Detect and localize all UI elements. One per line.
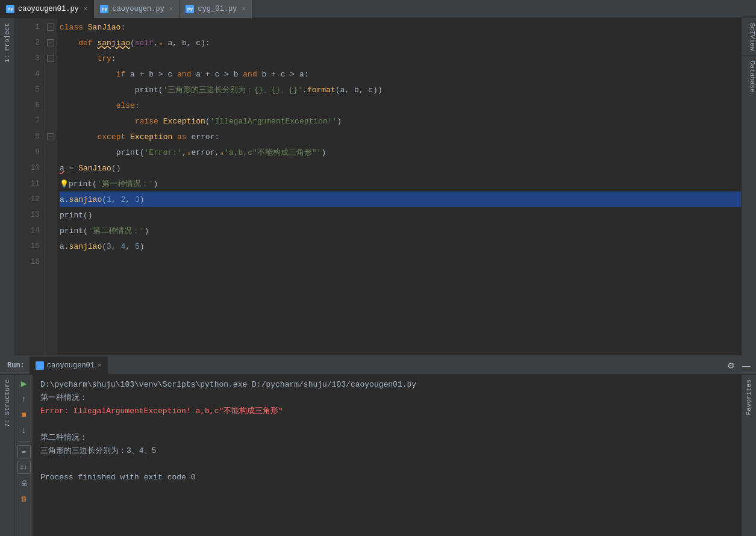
output-line-3: Error: IllegalArgumentException! a,b,c"不… — [40, 405, 734, 418]
num-12-1: 1 — [107, 195, 111, 204]
indent-9 — [60, 148, 116, 157]
fn-print-9: print — [116, 148, 140, 157]
paren-12a: ( — [102, 195, 107, 204]
comma-15b: , — [125, 242, 135, 251]
colon-1: : — [120, 23, 125, 32]
code-line-13[interactable]: print() — [60, 207, 741, 223]
gutter-8[interactable]: − — [45, 129, 57, 145]
scroll-button[interactable]: ≡↓ — [17, 461, 31, 474]
paren-10: () — [111, 164, 121, 173]
line-num-1: 1 — [15, 19, 40, 35]
gutter-3[interactable]: − — [45, 51, 57, 66]
indent-7 — [60, 117, 135, 126]
paren-11b: ) — [153, 179, 158, 189]
tab-label-3: cyg_01.py — [198, 5, 237, 13]
clear-button[interactable]: 🗑 — [17, 492, 31, 505]
code-line-3[interactable]: try: — [60, 51, 741, 66]
code-line-8[interactable]: except Exception as error: — [60, 129, 741, 145]
run-tab-close[interactable]: × — [98, 362, 102, 369]
str-5: '三角形的三边长分别为：{}、{}、{}' — [163, 84, 302, 95]
gutter-5 — [45, 82, 57, 98]
tab-cyg01[interactable]: py cyg_01.py × — [180, 0, 252, 18]
tab-close-2[interactable]: × — [169, 5, 173, 13]
fn-print-14: print — [60, 226, 83, 235]
code-line-6[interactable]: else: — [60, 98, 741, 113]
line-num-16: 16 — [15, 254, 40, 270]
project-label[interactable]: 1: Project — [4, 18, 11, 67]
kw-except: except — [97, 132, 130, 142]
sciview-label[interactable]: ScIView — [742, 18, 756, 56]
arg-a: a, b, c — [163, 39, 201, 48]
colon-6: : — [135, 101, 140, 110]
settings-button[interactable]: ⚙ — [724, 360, 738, 372]
bulb-icon-11[interactable]: 💡 — [60, 179, 69, 189]
code-line-1[interactable]: class SanJiao: — [60, 19, 741, 35]
paren-7a: ( — [205, 117, 210, 126]
run-controls: ⚙ — — [724, 360, 756, 372]
num-15-3: 5 — [135, 242, 140, 251]
gutter-15 — [45, 238, 57, 254]
wrap-button[interactable]: ⇌ — [17, 445, 31, 458]
indent-5 — [60, 86, 135, 95]
favorites-label[interactable]: Favorites — [745, 375, 752, 420]
tab-close-1[interactable]: × — [84, 5, 88, 13]
stop-button[interactable]: ■ — [17, 408, 31, 422]
comma-12b: , — [125, 195, 135, 204]
code-line-7[interactable]: raise Exception('IllegalArgumentExceptio… — [60, 113, 741, 129]
gutter-2[interactable]: − — [45, 35, 57, 51]
kw-if: if — [116, 70, 130, 79]
tab-label-2: caoyougen.py — [112, 5, 164, 13]
code-line-9[interactable]: print('Error:',ₐerror,ₐ'a,b,c"不能构成三角形"') — [60, 145, 741, 160]
print-button[interactable]: 🖨 — [17, 476, 31, 490]
code-line-5[interactable]: print('三角形的三边长分别为：{}、{}、{}'.format(a, b,… — [60, 82, 741, 98]
code-line-12[interactable]: a.sanjiao(1, 2, 3) — [60, 192, 741, 207]
line-num-15: 15 — [15, 238, 40, 254]
code-line-4[interactable]: if a + b > c and a + c > b and b + c > a… — [60, 66, 741, 82]
terminal-output[interactable]: D:\pycharm\shuju\103\venv\Scripts\python… — [33, 375, 741, 536]
kw-else: else — [116, 101, 135, 110]
paren-7b: ) — [337, 117, 342, 126]
line-num-9: 9 — [15, 145, 40, 160]
tab-caoyougen[interactable]: py caoyougen.py × — [94, 0, 180, 18]
code-lines[interactable]: class SanJiao: def sanjiao(self,ₐ a, b, … — [57, 18, 741, 355]
run-tab-main[interactable]: caoyougen01 × — [30, 357, 108, 375]
var-error-9: error — [192, 148, 215, 157]
code-line-14[interactable]: print('第二种情况：') — [60, 223, 741, 238]
database-label[interactable]: Database — [742, 56, 756, 98]
num-12-2: 2 — [120, 195, 125, 204]
code-line-2[interactable]: def sanjiao(self,ₐ a, b, c): — [60, 35, 741, 51]
gutter-12 — [45, 192, 57, 207]
down-button[interactable]: ↓ — [17, 424, 31, 437]
favorites-sidebar[interactable]: Favorites — [741, 375, 756, 536]
indent-2 — [60, 39, 78, 48]
tab-close-3[interactable]: × — [242, 5, 246, 13]
project-sidebar[interactable]: 1: Project — [0, 18, 15, 355]
code-line-10[interactable]: a = SanJiao() — [60, 160, 741, 176]
code-line-11[interactable]: 💡print('第一种情况：') — [60, 176, 741, 192]
str-14: '第二种情况：' — [88, 225, 145, 236]
var-error: error — [191, 132, 214, 142]
tab-bar: py caoyougen01.py × py caoyougen.py × py… — [0, 0, 756, 18]
line-num-6: 6 — [15, 98, 40, 113]
output-line-8: Process finished with exit code 0 — [40, 471, 734, 484]
line-num-2: 2 — [15, 35, 40, 51]
up-button[interactable]: ↑ — [17, 393, 31, 406]
gutter: − − − − — [45, 18, 57, 355]
structure-label[interactable]: 7: Structure — [4, 375, 11, 432]
structure-sidebar[interactable]: 7: Structure — [0, 375, 15, 536]
paren-13: () — [83, 211, 93, 220]
tab-caoyougen01[interactable]: py caoyougen01.py × — [0, 0, 94, 18]
minimize-button[interactable]: — — [739, 360, 754, 372]
code-area: 1 2 3 4 5 6 7 8 9 10 11 12 13 14 15 16 — [15, 18, 741, 355]
py-icon-1: py — [6, 5, 14, 13]
paren-2b: ): — [201, 39, 210, 48]
gutter-1[interactable]: − — [45, 19, 57, 35]
fn-print-11: print — [69, 179, 92, 189]
cls-exception-8: Exception — [130, 132, 177, 142]
editor-scroll[interactable]: 1 2 3 4 5 6 7 8 9 10 11 12 13 14 15 16 — [15, 18, 741, 355]
paren-11a: ( — [92, 179, 97, 189]
code-line-15[interactable]: a.sanjiao(3, 4, 5) — [60, 238, 741, 254]
play-button[interactable]: ▶ — [17, 377, 31, 390]
kw-def: def — [78, 39, 97, 48]
code-line-16[interactable] — [60, 254, 741, 270]
